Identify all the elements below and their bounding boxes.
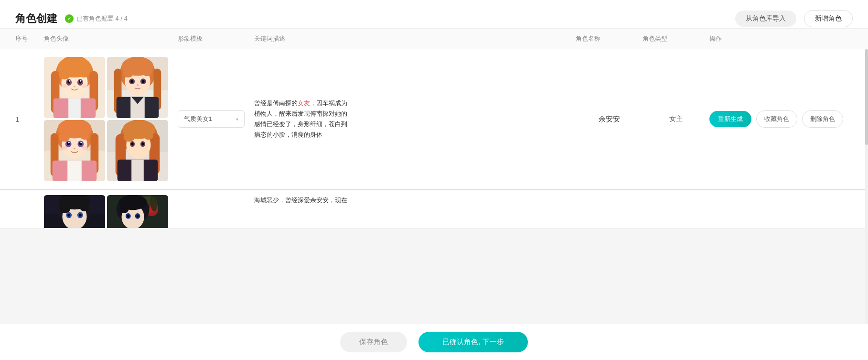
- avatar-grid-1: [44, 57, 168, 181]
- char-type-1: 女主: [643, 115, 709, 123]
- svg-point-13: [80, 80, 81, 82]
- avatar-2-2[interactable]: [107, 195, 168, 229]
- col-template: 形象模板: [178, 34, 254, 43]
- template-select-1[interactable]: 气质美女1 ▾: [178, 110, 245, 128]
- chevron-down-icon: ▾: [236, 117, 238, 122]
- header-right: 从角色库导入 新增角色: [735, 10, 853, 27]
- header-left: 角色创建 ✓ 已有角色配置 4 / 4: [15, 11, 128, 26]
- svg-point-51: [82, 146, 88, 150]
- svg-point-32: [137, 85, 139, 86]
- page-title: 角色创建: [15, 11, 57, 26]
- page-wrapper: 角色创建 ✓ 已有角色配置 4 / 4 从角色库导入 新增角色 序号 角色头像 …: [0, 0, 868, 360]
- avatar-1-2[interactable]: [107, 57, 168, 118]
- avatar-2-1[interactable]: [44, 195, 105, 229]
- svg-point-31: [142, 80, 145, 83]
- highlight-red-1: 女友: [298, 99, 310, 107]
- svg-point-6: [59, 70, 71, 80]
- avatar-1-1[interactable]: [44, 57, 105, 118]
- svg-point-30: [130, 80, 133, 83]
- confirm-button[interactable]: 已确认角色, 下一步: [418, 332, 527, 352]
- svg-point-26: [123, 69, 133, 78]
- scrollbar-track[interactable]: [865, 49, 868, 324]
- svg-point-15: [61, 84, 68, 88]
- svg-point-80: [79, 214, 82, 217]
- footer: 保存角色 已确认角色, 下一步: [0, 324, 868, 360]
- save-button[interactable]: 保存角色: [340, 332, 407, 352]
- scrollbar-thumb[interactable]: [865, 49, 868, 145]
- svg-point-48: [68, 142, 70, 143]
- actions-1: 重新生成 收藏角色 删除角色: [709, 110, 853, 128]
- svg-point-27: [142, 69, 152, 76]
- svg-point-42: [59, 132, 70, 142]
- avatar-grid-2: [44, 195, 168, 229]
- col-name: 角色名称: [576, 34, 643, 43]
- avatar-dark-svg-1: [44, 195, 105, 229]
- avatar-1-4[interactable]: [107, 120, 168, 181]
- svg-point-62: [123, 132, 135, 142]
- svg-point-16: [81, 84, 88, 88]
- desc-2-text: 海城恶少，曾经深爱余安安，现在: [254, 196, 347, 204]
- config-status-text: 已有角色配置 4 / 4: [76, 14, 128, 23]
- char-name-1: 余安安: [576, 115, 643, 124]
- col-actions: 操作: [709, 34, 853, 43]
- description-2: 海城恶少，曾经深爱余安安，现在: [254, 195, 576, 206]
- avatar-svg-2: [107, 57, 168, 118]
- avatar-svg-4: [107, 120, 168, 181]
- svg-point-93: [137, 215, 139, 218]
- svg-point-63: [144, 132, 153, 140]
- import-button[interactable]: 从角色库导入: [735, 11, 796, 27]
- col-type: 角色类型: [643, 34, 709, 43]
- delete-button-1[interactable]: 删除角色: [802, 110, 843, 128]
- check-icon: ✓: [65, 14, 74, 23]
- svg-rect-54: [67, 161, 82, 181]
- svg-point-12: [69, 80, 70, 82]
- template-value-1: 气质美女1: [184, 115, 212, 123]
- collect-button-1[interactable]: 收藏角色: [756, 110, 797, 128]
- svg-point-79: [67, 214, 70, 217]
- description-1: 曾经是傅南探的女友，因车祸成为 植物人，醒来后发现傅南探对她的 感情已经变了，身…: [254, 98, 576, 140]
- svg-point-14: [74, 86, 75, 87]
- regenerate-button-1[interactable]: 重新生成: [709, 111, 751, 127]
- table-row-2: 海城恶少，曾经深爱余安安，现在: [0, 190, 868, 229]
- avatar-dark-svg-2: [107, 195, 168, 229]
- col-num: 序号: [15, 34, 44, 43]
- avatar-svg-1: [44, 57, 105, 118]
- svg-point-43: [80, 132, 90, 140]
- table-header: 序号 角色头像 形象模板 关键词描述 角色名称 角色类型 操作: [0, 29, 868, 49]
- main-content: 1: [0, 49, 868, 324]
- svg-point-76: [80, 204, 89, 211]
- config-badge: ✓ 已有角色配置 4 / 4: [65, 14, 128, 23]
- svg-rect-69: [131, 160, 144, 181]
- svg-point-50: [61, 146, 67, 150]
- col-avatar: 角色头像: [44, 34, 178, 43]
- header: 角色创建 ✓ 已有角色配置 4 / 4 从角色库导入 新增角色: [0, 0, 868, 29]
- row-num-1: 1: [15, 115, 44, 123]
- svg-point-75: [59, 204, 71, 213]
- svg-point-89: [119, 206, 129, 213]
- svg-point-49: [80, 142, 82, 143]
- svg-point-66: [131, 142, 134, 145]
- svg-point-67: [141, 142, 144, 145]
- svg-point-52: [74, 148, 75, 150]
- svg-point-92: [127, 215, 129, 218]
- col-description: 关键词描述: [254, 34, 576, 43]
- svg-point-7: [80, 70, 89, 78]
- avatar-svg-3: [44, 120, 105, 181]
- table-row: 1: [0, 49, 868, 189]
- add-character-button[interactable]: 新增角色: [804, 10, 853, 27]
- svg-rect-18: [68, 98, 81, 118]
- avatar-1-3[interactable]: [44, 120, 105, 181]
